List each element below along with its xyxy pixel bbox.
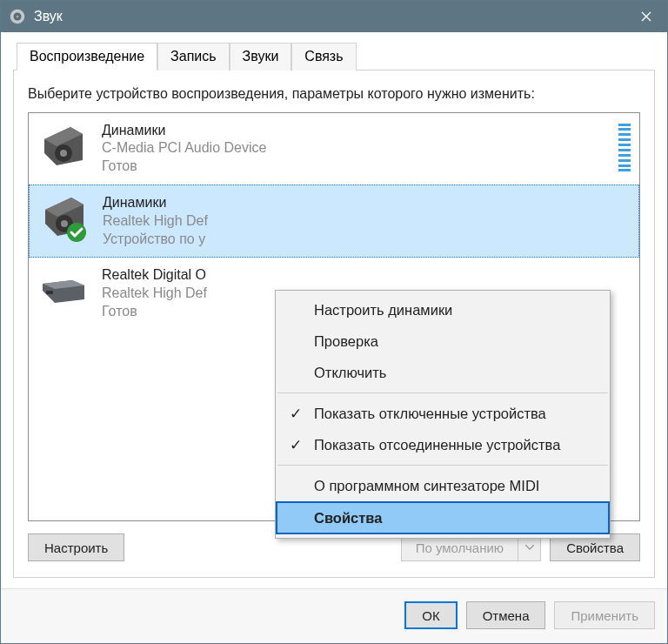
button-label: Настроить: [44, 540, 108, 555]
menu-item-label: О программном синтезаторе MIDI: [314, 478, 539, 494]
dialog-footer: ОК Отмена Применить: [1, 588, 667, 643]
digital-output-icon: [39, 266, 88, 315]
context-menu: Настроить динамики Проверка Отключить ✓ …: [275, 290, 611, 539]
menu-item-show-disabled[interactable]: ✓ Показать отключенные устройства: [276, 398, 610, 429]
tab-label: Воспроизведение: [30, 49, 144, 64]
device-status: Готов: [102, 158, 266, 176]
device-item-selected[interactable]: Динамики Realtek High Def Устройство по …: [29, 184, 639, 258]
tab-label: Звуки: [243, 49, 279, 64]
svg-point-10: [61, 220, 68, 227]
tab-record[interactable]: Запись: [157, 43, 230, 70]
sound-dialog: Звук Воспроизведение Запись Звуки Связь …: [0, 0, 668, 644]
device-description: Realtek High Def: [102, 285, 207, 303]
instruction-text: Выберите устройство воспроизведения, пар…: [28, 84, 640, 104]
device-status: Готов: [102, 303, 207, 321]
svg-rect-14: [46, 291, 53, 294]
tab-label: Запись: [170, 49, 217, 64]
menu-item-label: Отключить: [314, 365, 386, 381]
tab-communications[interactable]: Связь: [291, 43, 356, 70]
menu-separator: [277, 392, 608, 393]
client-area: Воспроизведение Запись Звуки Связь Выбер…: [1, 32, 667, 588]
speaker-default-icon: [40, 194, 89, 243]
menu-item-test[interactable]: Проверка: [276, 325, 610, 357]
menu-item-label: Свойства: [314, 510, 382, 527]
menu-item-label: Проверка: [314, 333, 378, 350]
window-title: Звук: [34, 9, 625, 24]
device-name: Динамики: [103, 194, 208, 212]
device-item[interactable]: Динамики C-Media PCI Audio Device Готов: [29, 113, 639, 184]
device-name: Динамики: [102, 122, 266, 140]
level-meter-icon: [618, 124, 631, 172]
device-text: Динамики C-Media PCI Audio Device Готов: [102, 122, 266, 176]
button-label: ОК: [422, 608, 439, 623]
menu-item-label: Показать отсоединенные устройства: [314, 437, 560, 453]
menu-separator: [277, 465, 608, 466]
titlebar[interactable]: Звук: [1, 1, 667, 32]
device-description: Realtek High Def: [103, 212, 208, 231]
menu-item-show-disconnected[interactable]: ✓ Показать отсоединенные устройства: [276, 429, 610, 460]
menu-item-configure-speakers[interactable]: Настроить динамики: [276, 294, 610, 325]
menu-item-properties[interactable]: Свойства: [276, 501, 610, 534]
button-label: Свойства: [566, 540, 624, 555]
tab-label: Связь: [304, 49, 343, 64]
svg-point-6: [60, 150, 67, 157]
button-label: Применить: [571, 608, 638, 623]
menu-item-about-midi[interactable]: О программном синтезаторе MIDI: [276, 470, 610, 501]
tab-sounds[interactable]: Звуки: [230, 43, 292, 70]
checkmark-icon: ✓: [288, 406, 304, 422]
menu-item-disable[interactable]: Отключить: [276, 357, 610, 388]
speaker-icon: [39, 122, 88, 171]
tab-strip: Воспроизведение Запись Звуки Связь: [13, 43, 655, 70]
configure-button[interactable]: Настроить: [28, 533, 124, 561]
menu-item-label: Настроить динамики: [314, 302, 452, 319]
sound-icon: [10, 9, 25, 24]
apply-button[interactable]: Применить: [554, 601, 655, 629]
checkmark-icon: ✓: [288, 437, 304, 453]
device-status: Устройство по у: [103, 231, 208, 249]
close-button[interactable]: [625, 1, 667, 32]
device-name: Realtek Digital O: [102, 266, 207, 285]
device-text: Динамики Realtek High Def Устройство по …: [103, 194, 208, 248]
menu-item-label: Показать отключенные устройства: [314, 406, 546, 422]
cancel-button[interactable]: Отмена: [466, 601, 546, 629]
device-text: Realtek Digital O Realtek High Def Готов: [102, 266, 207, 320]
svg-point-2: [17, 16, 19, 18]
button-label: По умолчанию: [402, 540, 518, 555]
tab-playback[interactable]: Воспроизведение: [17, 43, 157, 70]
ok-button[interactable]: ОК: [404, 601, 457, 629]
button-label: Отмена: [483, 608, 530, 623]
tab-panel-playback: Выберите устройство воспроизведения, пар…: [13, 70, 655, 578]
device-description: C-Media PCI Audio Device: [102, 139, 266, 158]
